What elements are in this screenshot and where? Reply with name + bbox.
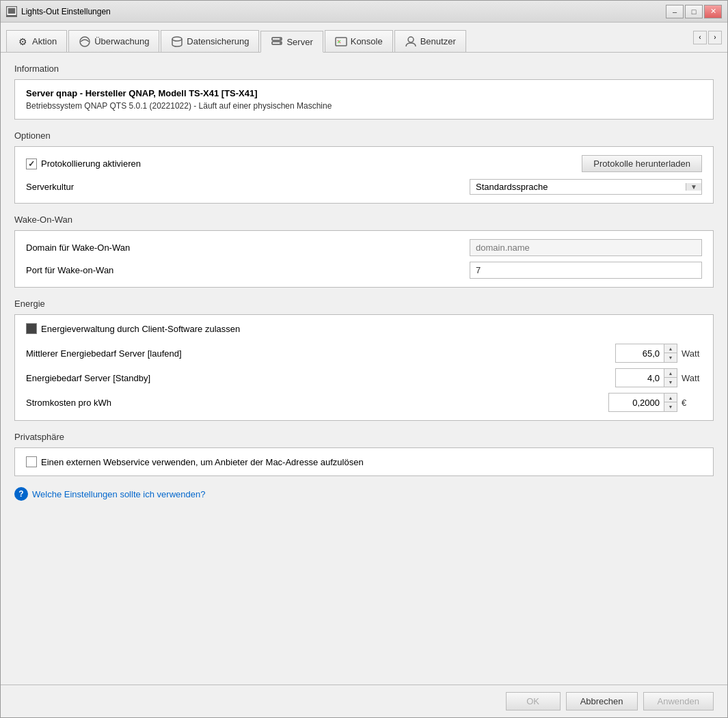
stromkosten-label: Stromkosten pro kWh bbox=[26, 398, 608, 408]
ok-button[interactable]: OK bbox=[506, 692, 561, 710]
culture-row: Serverkultur Standardssprache Deutsch En… bbox=[26, 179, 702, 195]
stromkosten-up-button[interactable]: ▲ bbox=[664, 393, 677, 402]
stromkosten-down-button[interactable]: ▼ bbox=[664, 402, 677, 411]
tab-server[interactable]: Server bbox=[260, 31, 323, 53]
standby-up-button[interactable]: ▲ bbox=[664, 369, 677, 378]
help-row: ? Welche Einstellungen sollte ich verwen… bbox=[14, 487, 714, 501]
privatsphaere-title: Privatsphäre bbox=[14, 432, 714, 442]
stromkosten-unit: € bbox=[682, 398, 702, 408]
logging-text: Protokollierung aktivieren bbox=[41, 158, 141, 169]
tab-benutzer[interactable]: Benutzer bbox=[394, 30, 466, 52]
standby-unit: Watt bbox=[682, 373, 702, 383]
apply-button[interactable]: Anwenden bbox=[643, 692, 714, 710]
stromkosten-spinbox-wrapper: 0,2000 ▲ ▼ € bbox=[608, 393, 702, 412]
tab-ueberwachung[interactable]: Überwachung bbox=[68, 30, 159, 52]
wake-on-wan-title: Wake-On-Wan bbox=[14, 215, 714, 225]
svg-point-3 bbox=[172, 37, 182, 41]
benutzer-icon bbox=[405, 36, 417, 48]
tab-nav: ‹ › bbox=[693, 31, 722, 44]
domain-label: Domain für Wake-On-Wan bbox=[26, 243, 470, 253]
energy-mgmt-checkbox[interactable] bbox=[26, 323, 37, 334]
tab-server-label: Server bbox=[286, 37, 312, 47]
optionen-box: Protokollierung aktivieren Protokolle he… bbox=[14, 146, 714, 204]
server-detail: Betriebssystem QNAP QTS 5.0.1 (20221022)… bbox=[26, 101, 702, 111]
mittlerer-spinbox: 65,0 ▲ ▼ bbox=[615, 344, 677, 363]
ueberwachung-icon bbox=[79, 36, 91, 48]
energy-mgmt-row: Energieverwaltung durch Client-Software … bbox=[26, 323, 702, 334]
external-service-text: Einen externen Webservice verwenden, um … bbox=[41, 457, 364, 467]
optionen-section: Optionen Protokollierung aktivieren Prot… bbox=[14, 130, 714, 204]
main-window: Lights-Out Einstellungen – □ ✕ ⚙ Aktion … bbox=[0, 0, 728, 718]
main-content: Information Server qnap - Hersteller QNA… bbox=[1, 53, 727, 685]
culture-select[interactable]: Standardssprache Deutsch English Françai… bbox=[470, 180, 686, 194]
privatsphaere-box: Einen externen Webservice verwenden, um … bbox=[14, 447, 714, 476]
standby-down-button[interactable]: ▼ bbox=[664, 378, 677, 387]
external-service-label[interactable]: Einen externen Webservice verwenden, um … bbox=[26, 456, 364, 467]
energy-mgmt-text: Energieverwaltung durch Client-Software … bbox=[41, 324, 240, 334]
standby-spinbox: 4,0 ▲ ▼ bbox=[615, 368, 677, 387]
mittlerer-label: Mittlerer Energiebedarf Server [laufend] bbox=[26, 348, 615, 359]
svg-rect-8 bbox=[336, 38, 347, 46]
optionen-title: Optionen bbox=[14, 130, 714, 141]
tab-konsole[interactable]: Konsole bbox=[325, 30, 393, 52]
energie-section: Energie Energieverwaltung durch Client-S… bbox=[14, 299, 714, 421]
stromkosten-spinbox: 0,2000 ▲ ▼ bbox=[608, 393, 677, 412]
help-link[interactable]: Welche Einstellungen sollte ich verwende… bbox=[32, 489, 205, 499]
server-icon bbox=[271, 36, 283, 48]
footer: OK Abbrechen Anwenden bbox=[1, 685, 727, 717]
standby-spinbox-btns: ▲ ▼ bbox=[664, 369, 677, 387]
domain-row: Domain für Wake-On-Wan bbox=[26, 239, 702, 256]
information-box: Server qnap - Hersteller QNAP, Modell TS… bbox=[14, 79, 714, 120]
port-label: Port für Wake-on-Wan bbox=[26, 265, 470, 275]
help-icon[interactable]: ? bbox=[14, 487, 28, 501]
tab-aktion-label: Aktion bbox=[32, 36, 57, 46]
tab-aktion[interactable]: ⚙ Aktion bbox=[6, 30, 67, 52]
konsole-icon bbox=[335, 36, 347, 48]
close-button[interactable]: ✕ bbox=[704, 5, 722, 18]
svg-point-11 bbox=[408, 37, 414, 42]
tab-prev-button[interactable]: ‹ bbox=[693, 31, 707, 44]
minimize-button[interactable]: – bbox=[666, 5, 684, 18]
svg-point-7 bbox=[280, 42, 281, 44]
culture-select-wrapper: Standardssprache Deutsch English Françai… bbox=[470, 179, 702, 195]
stromkosten-spinbox-btns: ▲ ▼ bbox=[664, 393, 677, 411]
culture-select-arrow: ▼ bbox=[686, 183, 701, 191]
mittlerer-row: Mittlerer Energiebedarf Server [laufend]… bbox=[26, 344, 702, 363]
logging-checkbox-label[interactable]: Protokollierung aktivieren bbox=[26, 158, 582, 169]
port-input[interactable] bbox=[470, 262, 702, 279]
external-service-row: Einen externen Webservice verwenden, um … bbox=[26, 456, 702, 467]
tab-datensicherung[interactable]: Datensicherung bbox=[161, 30, 259, 52]
tab-bar: ⚙ Aktion Überwachung Datensicherung Serv… bbox=[1, 23, 727, 53]
privatsphaere-section: Privatsphäre Einen externen Webservice v… bbox=[14, 432, 714, 476]
mittlerer-spinbox-btns: ▲ ▼ bbox=[664, 344, 677, 362]
svg-point-6 bbox=[280, 38, 281, 40]
maximize-button[interactable]: □ bbox=[685, 5, 703, 18]
energy-mgmt-label[interactable]: Energieverwaltung durch Client-Software … bbox=[26, 323, 240, 334]
standby-input[interactable]: 4,0 bbox=[616, 369, 664, 387]
download-logs-button[interactable]: Protokolle herunterladen bbox=[582, 155, 702, 172]
port-row: Port für Wake-on-Wan bbox=[26, 262, 702, 279]
energie-box: Energieverwaltung durch Client-Software … bbox=[14, 314, 714, 421]
domain-input[interactable] bbox=[470, 239, 702, 256]
tab-next-button[interactable]: › bbox=[708, 31, 722, 44]
wake-on-wan-box: Domain für Wake-On-Wan Port für Wake-on-… bbox=[14, 230, 714, 288]
stromkosten-input[interactable]: 0,2000 bbox=[609, 393, 664, 411]
title-bar: Lights-Out Einstellungen – □ ✕ bbox=[1, 1, 727, 23]
wake-on-wan-section: Wake-On-Wan Domain für Wake-On-Wan Port … bbox=[14, 215, 714, 288]
app-icon bbox=[6, 6, 17, 17]
energie-title: Energie bbox=[14, 299, 714, 309]
standby-label: Energiebedarf Server [Standby] bbox=[26, 373, 615, 383]
logging-checkbox[interactable] bbox=[26, 158, 37, 169]
mittlerer-up-button[interactable]: ▲ bbox=[664, 344, 677, 353]
mittlerer-down-button[interactable]: ▼ bbox=[664, 353, 677, 362]
window-title: Lights-Out Einstellungen bbox=[21, 7, 666, 16]
server-name: Server qnap - Hersteller QNAP, Modell TS… bbox=[26, 88, 702, 98]
stromkosten-row: Stromkosten pro kWh 0,2000 ▲ ▼ € bbox=[26, 393, 702, 412]
svg-point-2 bbox=[80, 37, 90, 46]
datensicherung-icon bbox=[171, 36, 183, 48]
cancel-button[interactable]: Abbrechen bbox=[566, 692, 638, 710]
information-section: Information Server qnap - Hersteller QNA… bbox=[14, 64, 714, 120]
mittlerer-input[interactable]: 65,0 bbox=[616, 344, 664, 362]
culture-select-control[interactable]: Standardssprache Deutsch English Françai… bbox=[470, 179, 702, 195]
external-service-checkbox[interactable] bbox=[26, 456, 37, 467]
